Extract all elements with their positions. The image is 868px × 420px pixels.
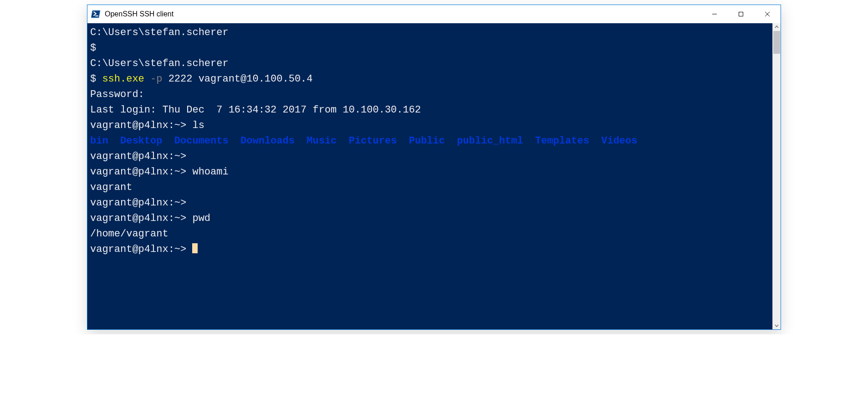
local-path: C:\Users\stefan.scherer bbox=[90, 58, 229, 69]
ssh-args: 2222 vagrant@10.100.50.4 bbox=[162, 73, 312, 85]
ls-dir: bin bbox=[90, 135, 108, 147]
window: OpenSSH SSH client C:\Users\stefan.scher… bbox=[87, 5, 781, 330]
terminal-area: C:\Users\stefan.scherer $ C:\Users\stefa… bbox=[87, 23, 781, 329]
cmd-pwd: pwd bbox=[186, 213, 210, 224]
cmd-whoami: whoami bbox=[186, 166, 228, 178]
local-prompt: $ bbox=[90, 42, 96, 54]
ls-dir: Downloads bbox=[240, 135, 295, 147]
ls-dir: public_html bbox=[457, 135, 523, 147]
maximize-button[interactable] bbox=[728, 5, 754, 23]
ls-dir: Pictures bbox=[349, 135, 397, 147]
titlebar-left: OpenSSH SSH client bbox=[91, 9, 174, 19]
scroll-up-button[interactable] bbox=[773, 23, 781, 31]
close-button[interactable] bbox=[754, 5, 781, 23]
terminal[interactable]: C:\Users\stefan.scherer $ C:\Users\stefa… bbox=[87, 23, 772, 329]
ls-dir: Templates bbox=[535, 135, 589, 147]
local-prompt: $ bbox=[90, 73, 96, 85]
window-title: OpenSSH SSH client bbox=[105, 10, 174, 18]
titlebar[interactable]: OpenSSH SSH client bbox=[87, 5, 781, 23]
remote-prompt: vagrant@p4lnx:~> bbox=[90, 244, 186, 255]
powershell-icon bbox=[91, 9, 101, 19]
cursor-block bbox=[192, 243, 198, 253]
whoami-output: vagrant bbox=[90, 182, 132, 193]
cmd-ls: ls bbox=[186, 120, 204, 131]
ssh-flag: -p bbox=[144, 73, 163, 85]
scrollbar[interactable] bbox=[772, 23, 781, 329]
ls-dir: Videos bbox=[601, 135, 637, 147]
ls-dir: Desktop bbox=[120, 135, 162, 147]
svg-rect-4 bbox=[739, 12, 743, 16]
local-path: C:\Users\stefan.scherer bbox=[90, 27, 229, 38]
remote-prompt: vagrant@p4lnx:~> bbox=[90, 213, 186, 224]
remote-prompt: vagrant@p4lnx:~> bbox=[90, 120, 186, 131]
remote-prompt: vagrant@p4lnx:~> bbox=[90, 166, 186, 178]
last-login: Last login: Thu Dec 7 16:34:32 2017 from… bbox=[90, 104, 421, 116]
ssh-exe: ssh.exe bbox=[102, 73, 144, 85]
minimize-button[interactable] bbox=[701, 5, 728, 23]
pwd-output: /home/vagrant bbox=[90, 228, 168, 240]
password-prompt: Password: bbox=[90, 89, 144, 100]
ls-dir: Documents bbox=[174, 135, 229, 147]
remote-prompt: vagrant@p4lnx:~> bbox=[90, 151, 186, 162]
ls-dir: Public bbox=[409, 135, 445, 147]
scroll-thumb[interactable] bbox=[773, 31, 780, 54]
window-controls bbox=[701, 5, 781, 23]
scroll-down-button[interactable] bbox=[773, 322, 781, 329]
ls-dir: Music bbox=[306, 135, 337, 147]
remote-prompt: vagrant@p4lnx:~> bbox=[90, 197, 186, 209]
